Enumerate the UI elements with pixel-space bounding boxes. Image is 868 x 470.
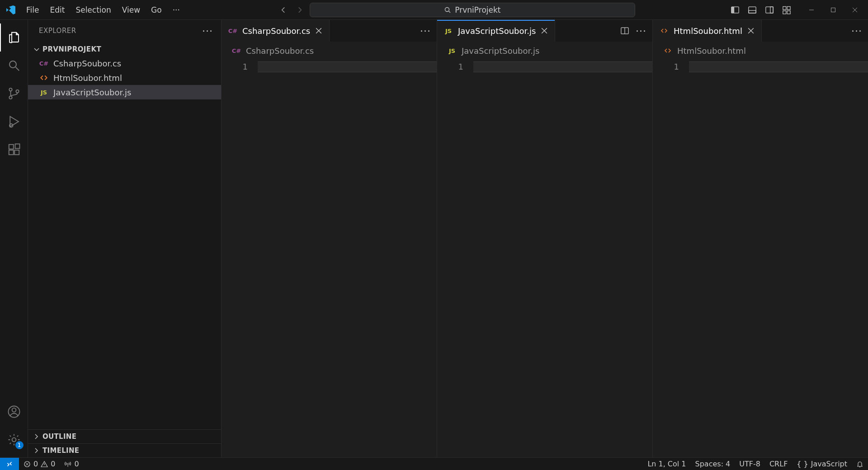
editor-body[interactable]: 1 [653, 60, 868, 457]
chevron-right-icon [33, 447, 40, 454]
toggle-panel-button[interactable] [744, 2, 760, 18]
tab-bar: JS JavaScriptSoubor.js ··· [437, 20, 652, 42]
status-language[interactable]: { } JavaScript [792, 460, 852, 468]
tree-item[interactable]: JS JavaScriptSoubor.js [28, 85, 221, 99]
sidebar-more-button[interactable]: ··· [202, 28, 213, 33]
breadcrumb[interactable]: HtmlSoubor.html [653, 42, 868, 60]
code-area[interactable] [258, 60, 437, 457]
outline-section[interactable]: OUTLINE [28, 429, 221, 443]
breadcrumb-label: HtmlSoubor.html [677, 46, 746, 56]
svg-point-26 [67, 463, 68, 464]
svg-rect-2 [731, 7, 734, 13]
editor-body[interactable]: 1 [222, 60, 437, 457]
status-right: Ln 1, Col 1 Spaces: 4 UTF-8 CRLF { } Jav… [643, 458, 868, 470]
svg-rect-7 [783, 6, 786, 9]
nav-forward-button[interactable] [293, 4, 306, 16]
activity-accounts[interactable] [0, 398, 28, 426]
tree-item-label: JavaScriptSoubor.js [53, 88, 131, 97]
js-file-icon: JS [443, 26, 453, 36]
tree-item[interactable]: HtmlSoubor.html [28, 70, 221, 85]
svg-rect-9 [783, 10, 786, 14]
js-file-icon: JS [39, 87, 49, 97]
tab-actions: ··· [613, 20, 652, 42]
command-center-text: PrvniProjekt [455, 5, 500, 14]
menu-file[interactable]: File [21, 3, 44, 17]
window-close-button[interactable] [844, 2, 865, 18]
menu-go[interactable]: Go [146, 3, 167, 17]
activity-explorer[interactable] [0, 24, 28, 52]
tab-bar: C# CsharpSoubor.cs ··· [222, 20, 437, 42]
breadcrumb-label: JavaScriptSoubor.js [462, 46, 539, 56]
code-area[interactable] [473, 60, 652, 457]
activity-run-debug[interactable] [0, 108, 28, 136]
remote-indicator[interactable] [0, 458, 19, 470]
activity-search[interactable] [0, 52, 28, 80]
status-problems[interactable]: 0 0 [19, 460, 60, 468]
svg-rect-11 [831, 8, 835, 12]
csharp-file-icon: C# [39, 58, 49, 68]
activity-source-control[interactable] [0, 80, 28, 108]
editor-body[interactable]: 1 [437, 60, 652, 457]
titlebar-left: File Edit Selection View Go ··· [0, 3, 185, 17]
menu-view[interactable]: View [117, 3, 146, 17]
html-file-icon [39, 73, 49, 83]
timeline-section[interactable]: TIMELINE [28, 443, 221, 457]
tab-label: JavaScriptSoubor.js [458, 26, 536, 36]
editor-more-button[interactable]: ··· [850, 24, 863, 38]
breadcrumb-label: CsharpSoubor.cs [246, 46, 314, 56]
editor-group-3: HtmlSoubor.html ··· HtmlSoubor.html 1 [653, 20, 868, 457]
toggle-secondary-sidebar-button[interactable] [761, 2, 778, 18]
line-gutter: 1 [437, 60, 473, 457]
titlebar-center: PrvniProjekt [185, 3, 727, 17]
svg-rect-10 [787, 10, 790, 14]
svg-point-14 [9, 96, 12, 99]
activity-extensions[interactable] [0, 136, 28, 164]
status-spaces[interactable]: Spaces: 4 [691, 460, 735, 468]
svg-rect-8 [787, 6, 790, 9]
window-maximize-button[interactable] [823, 2, 844, 18]
sidebar-title: EXPLORER [39, 27, 76, 35]
customize-layout-button[interactable] [778, 2, 795, 18]
status-encoding[interactable]: UTF-8 [735, 460, 765, 468]
menu-edit[interactable]: Edit [44, 3, 70, 17]
breadcrumb[interactable]: C# CsharpSoubor.cs [222, 42, 437, 60]
toggle-primary-sidebar-button[interactable] [727, 2, 743, 18]
svg-rect-20 [15, 144, 19, 149]
tab-actions: ··· [414, 20, 437, 42]
editor-more-button[interactable]: ··· [634, 24, 648, 38]
outline-label: OUTLINE [42, 432, 76, 441]
nav-back-button[interactable] [277, 4, 290, 16]
folder-header[interactable]: PRVNIPROJEKT [28, 43, 221, 55]
html-file-icon [663, 46, 673, 56]
svg-rect-19 [14, 150, 19, 155]
split-editor-button[interactable] [618, 24, 632, 38]
status-ln-col[interactable]: Ln 1, Col 1 [643, 460, 690, 468]
status-eol[interactable]: CRLF [765, 460, 792, 468]
menu-overflow[interactable]: ··· [167, 3, 185, 17]
close-icon[interactable] [315, 27, 323, 35]
editor-groups: C# CsharpSoubor.cs ··· C# CsharpSoubor.c… [222, 20, 868, 457]
tab-actions: ··· [845, 20, 868, 42]
code-area[interactable] [689, 60, 868, 457]
editor-group-2: JS JavaScriptSoubor.js ··· JS JavaScript… [437, 20, 653, 457]
command-center[interactable]: PrvniProjekt [310, 3, 635, 17]
editor-more-button[interactable]: ··· [419, 24, 432, 38]
menu-bar: File Edit Selection View Go ··· [21, 3, 185, 17]
close-icon[interactable] [747, 27, 755, 35]
status-ports[interactable]: 0 [60, 460, 83, 468]
csharp-file-icon: C# [231, 46, 241, 56]
tab-html[interactable]: HtmlSoubor.html [653, 20, 762, 42]
svg-rect-3 [749, 7, 756, 13]
explorer-sidebar: EXPLORER ··· PRVNIPROJEKT C# CsharpSoubo… [28, 20, 222, 457]
tab-csharp[interactable]: C# CsharpSoubor.cs [222, 20, 330, 42]
status-notifications[interactable] [852, 461, 868, 468]
breadcrumb[interactable]: JS JavaScriptSoubor.js [437, 42, 652, 60]
activity-manage[interactable]: 1 [0, 426, 28, 454]
vscode-logo-icon [5, 4, 17, 16]
close-icon[interactable] [540, 27, 548, 35]
tab-javascript[interactable]: JS JavaScriptSoubor.js [437, 20, 555, 42]
tab-label: CsharpSoubor.cs [242, 26, 310, 36]
menu-selection[interactable]: Selection [70, 3, 116, 17]
tree-item[interactable]: C# CsharpSoubor.cs [28, 56, 221, 70]
window-minimize-button[interactable] [801, 2, 822, 18]
